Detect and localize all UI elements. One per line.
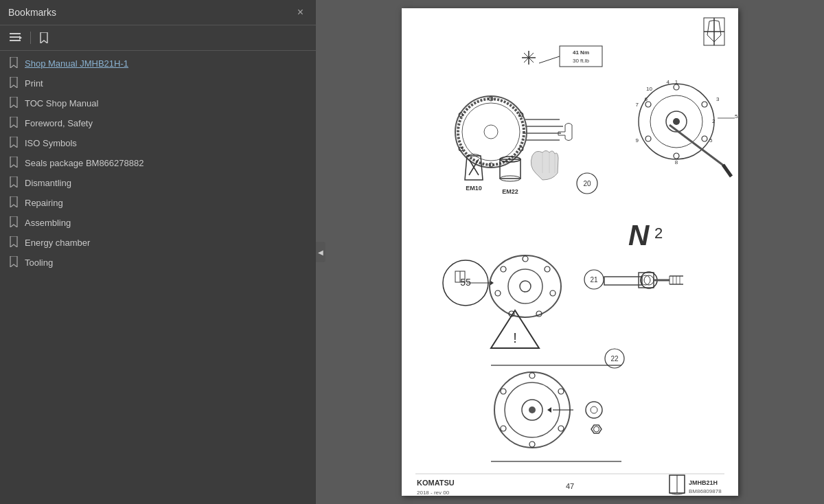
svg-line-52 bbox=[723, 165, 731, 176]
svg-point-16 bbox=[462, 103, 520, 161]
svg-rect-85 bbox=[604, 277, 642, 285]
page-content: 41 Nm 30 ft.lb bbox=[402, 8, 738, 496]
svg-point-77 bbox=[545, 266, 550, 272]
svg-text:21: 21 bbox=[590, 276, 598, 284]
panel-title: Bookmarks bbox=[8, 7, 56, 18]
bookmark-item-assembling[interactable]: Assembling bbox=[0, 213, 316, 233]
bookmark-view-button[interactable] bbox=[36, 30, 52, 46]
page-viewer: 41 Nm 30 ft.lb bbox=[316, 0, 824, 504]
bookmark-label: Shop Manual JMHB21H-1 bbox=[25, 58, 128, 69]
collapse-panel-button[interactable]: ◀ bbox=[316, 242, 325, 262]
svg-point-82 bbox=[501, 266, 506, 272]
bookmark-item-iso[interactable]: ISO Symbols bbox=[0, 133, 316, 153]
svg-line-10 bbox=[539, 56, 560, 63]
svg-text:BM86809878: BM86809878 bbox=[689, 488, 722, 494]
svg-point-36 bbox=[674, 153, 679, 159]
bookmarks-list: Shop Manual JMHB21H-1PrintTOC Shop Manua… bbox=[0, 51, 316, 504]
svg-text:47: 47 bbox=[566, 482, 574, 490]
bookmark-icon bbox=[39, 32, 49, 43]
svg-point-37 bbox=[645, 136, 651, 141]
bookmark-item-toc[interactable]: TOC Shop Manual bbox=[0, 93, 316, 113]
svg-text:9: 9 bbox=[636, 137, 639, 144]
svg-rect-1 bbox=[10, 36, 21, 38]
svg-text:2: 2 bbox=[712, 118, 716, 124]
bookmark-link[interactable]: Shop Manual JMHB21H-1 bbox=[25, 58, 128, 69]
bookmark-item-repairing[interactable]: Repairing bbox=[0, 193, 316, 213]
svg-marker-3 bbox=[19, 36, 22, 40]
bookmark-item-energy[interactable]: Energy chamber bbox=[0, 233, 316, 253]
svg-text:JMHB21H: JMHB21H bbox=[689, 479, 718, 486]
bookmark-label: Foreword, Safety bbox=[25, 118, 93, 128]
panel-header: Bookmarks × bbox=[0, 0, 316, 25]
bookmark-label: Assembling bbox=[25, 218, 71, 228]
svg-point-114 bbox=[586, 402, 602, 418]
svg-text:7: 7 bbox=[636, 102, 639, 108]
bookmark-label: Dismantling bbox=[25, 178, 71, 188]
close-button[interactable]: × bbox=[293, 5, 308, 19]
svg-text:20: 20 bbox=[583, 180, 591, 187]
svg-point-106 bbox=[529, 373, 535, 378]
svg-text:4: 4 bbox=[667, 79, 670, 85]
svg-point-117 bbox=[594, 426, 599, 432]
bookmark-ribbon-icon bbox=[10, 57, 19, 70]
svg-text:3: 3 bbox=[716, 96, 720, 102]
toolbar bbox=[0, 25, 316, 51]
svg-point-33 bbox=[674, 84, 679, 90]
svg-text:10: 10 bbox=[646, 86, 652, 92]
svg-point-115 bbox=[591, 406, 597, 413]
svg-point-76 bbox=[523, 256, 528, 262]
svg-point-108 bbox=[558, 426, 564, 431]
svg-point-109 bbox=[529, 442, 535, 447]
bookmark-label: TOC Shop Manual bbox=[25, 98, 98, 108]
svg-point-75 bbox=[520, 281, 531, 292]
bookmark-label: Print bbox=[25, 78, 43, 89]
bookmark-item-shop-manual[interactable]: Shop Manual JMHB21H-1 bbox=[0, 54, 316, 73]
svg-text:5/16": 5/16" bbox=[735, 113, 738, 119]
svg-point-81 bbox=[495, 290, 501, 296]
bookmark-ribbon-icon bbox=[10, 77, 19, 90]
svg-text:1: 1 bbox=[675, 79, 678, 85]
svg-point-107 bbox=[558, 389, 564, 394]
bookmark-label: Repairing bbox=[25, 198, 63, 208]
svg-point-18 bbox=[458, 99, 524, 165]
svg-point-78 bbox=[550, 290, 556, 296]
bookmark-ribbon-icon bbox=[10, 236, 19, 249]
svg-text:KOMATSU: KOMATSU bbox=[417, 479, 455, 487]
bookmarks-panel: Bookmarks × Shop Manual JMHB21H-1PrintTO… bbox=[0, 0, 316, 504]
bookmark-item-foreword[interactable]: Foreword, Safety bbox=[0, 113, 316, 133]
bookmark-ribbon-icon bbox=[10, 216, 19, 229]
svg-text:6: 6 bbox=[645, 96, 648, 102]
svg-text:8: 8 bbox=[675, 159, 678, 165]
svg-point-38 bbox=[645, 102, 651, 107]
bookmark-item-print[interactable]: Print bbox=[0, 73, 316, 93]
list-icon bbox=[10, 32, 22, 43]
bookmark-label: Tooling bbox=[25, 257, 53, 268]
bookmark-item-tooling[interactable]: Tooling bbox=[0, 253, 316, 273]
svg-text:41 Nm: 41 Nm bbox=[573, 49, 589, 56]
svg-text:22: 22 bbox=[610, 355, 619, 363]
svg-text:!: ! bbox=[513, 330, 517, 345]
svg-point-105 bbox=[529, 406, 536, 413]
svg-marker-113 bbox=[547, 407, 551, 413]
svg-point-34 bbox=[702, 102, 707, 107]
svg-point-111 bbox=[501, 389, 506, 394]
toolbar-separator bbox=[30, 32, 31, 44]
svg-text:EM22: EM22 bbox=[502, 188, 518, 195]
svg-text:EM10: EM10 bbox=[466, 185, 482, 192]
bookmark-item-dismantling[interactable]: Dismantling bbox=[0, 173, 316, 193]
main-area: 41 Nm 30 ft.lb bbox=[316, 0, 824, 504]
bookmark-item-seals[interactable]: Seals package BM866278882 bbox=[0, 153, 316, 173]
bookmark-ribbon-icon bbox=[10, 176, 19, 190]
bookmark-ribbon-icon bbox=[10, 117, 19, 130]
bookmark-label: Energy chamber bbox=[25, 238, 90, 248]
document-svg: 41 Nm 30 ft.lb bbox=[402, 8, 738, 496]
bookmark-ribbon-icon bbox=[10, 97, 19, 110]
bookmark-ribbon-icon bbox=[10, 137, 19, 150]
svg-text:5: 5 bbox=[709, 137, 713, 144]
svg-point-74 bbox=[508, 269, 542, 303]
svg-rect-0 bbox=[10, 33, 21, 34]
svg-point-32 bbox=[673, 118, 680, 125]
svg-text:30 ft.lb: 30 ft.lb bbox=[573, 58, 590, 64]
list-view-button[interactable] bbox=[7, 30, 25, 46]
svg-point-35 bbox=[702, 136, 707, 141]
